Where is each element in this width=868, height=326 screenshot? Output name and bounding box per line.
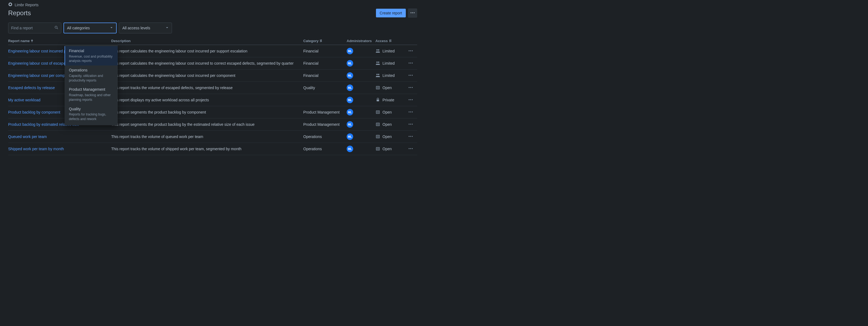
svg-point-63 [409, 148, 410, 149]
svg-point-5 [55, 26, 57, 28]
avatar[interactable]: ML [347, 48, 353, 54]
column-header-name[interactable]: Report name [8, 37, 111, 45]
report-category: Financial [303, 70, 347, 82]
report-link[interactable]: Queued work per team [8, 134, 46, 139]
svg-point-41 [412, 111, 412, 112]
svg-point-56 [410, 136, 411, 137]
row-actions-button[interactable] [408, 123, 413, 128]
row-actions-button[interactable] [408, 99, 413, 103]
row-actions-button[interactable] [408, 50, 413, 54]
open-access-icon [375, 85, 380, 91]
avatar[interactable]: ML [347, 133, 353, 140]
column-header-description[interactable]: Description [111, 37, 303, 45]
sort-icon [319, 39, 322, 43]
svg-point-11 [412, 50, 412, 51]
svg-rect-35 [377, 111, 378, 112]
open-access-icon [375, 122, 380, 128]
svg-rect-38 [378, 112, 379, 113]
svg-point-47 [409, 124, 410, 125]
row-actions-button[interactable] [408, 111, 413, 115]
column-header-access[interactable]: Access [375, 37, 408, 45]
svg-point-9 [409, 50, 410, 51]
column-header-category[interactable]: Category [303, 37, 347, 45]
avatar[interactable]: ML [347, 97, 353, 103]
svg-rect-25 [377, 88, 378, 88]
svg-rect-62 [378, 149, 379, 150]
access-label: Limited [382, 49, 395, 53]
svg-rect-44 [378, 123, 379, 124]
row-actions-button[interactable] [408, 136, 413, 140]
dropdown-item-subtitle: Revenue, cost and profitability analysis… [69, 54, 114, 63]
svg-point-32 [410, 99, 411, 100]
dropdown-item-title: Quality [69, 107, 114, 112]
svg-rect-42 [376, 123, 379, 126]
report-link[interactable]: Shipped work per team by month [8, 147, 64, 151]
svg-point-15 [410, 62, 411, 63]
dropdown-item[interactable]: FinancialRevenue, cost and profitability… [65, 46, 118, 65]
chevron-down-icon [165, 25, 169, 31]
svg-point-49 [412, 124, 412, 125]
svg-rect-37 [377, 112, 378, 113]
svg-point-39 [409, 111, 410, 112]
report-category: Quality [303, 82, 347, 94]
svg-line-6 [57, 28, 58, 29]
svg-rect-30 [377, 100, 379, 101]
limited-access-icon [375, 61, 380, 66]
open-access-icon [375, 146, 380, 152]
row-actions-button[interactable] [408, 87, 413, 91]
access-select[interactable]: All access levels [119, 23, 172, 33]
svg-rect-50 [376, 135, 379, 138]
dropdown-item[interactable]: QualityReports for tracking bugs, defect… [65, 104, 118, 124]
report-category: Product Management [303, 106, 347, 118]
svg-point-40 [410, 111, 411, 112]
svg-point-31 [409, 99, 410, 100]
more-actions-button[interactable] [408, 8, 417, 18]
svg-rect-23 [377, 87, 378, 87]
category-dropdown: FinancialRevenue, cost and profitability… [65, 45, 118, 125]
svg-rect-61 [377, 149, 378, 150]
svg-point-21 [412, 75, 412, 76]
access-label: Limited [382, 73, 395, 78]
avatar[interactable]: ML [347, 121, 353, 128]
avatar[interactable]: ML [347, 145, 353, 152]
svg-point-27 [409, 87, 410, 88]
chevron-down-icon [109, 25, 114, 31]
svg-rect-26 [378, 88, 379, 88]
access-label: Open [382, 86, 392, 90]
avatar[interactable]: ML [347, 72, 353, 79]
breadcrumb-app[interactable]: Limbr Reports [14, 3, 38, 7]
more-horizontal-icon [410, 10, 415, 16]
search-input[interactable] [8, 23, 61, 33]
report-link[interactable]: Escaped defects by release [8, 86, 55, 90]
access-label: Open [382, 134, 392, 139]
access-label: Limited [382, 61, 395, 65]
report-description: This report tracks the volume of escaped… [111, 82, 303, 94]
sort-icon [389, 39, 392, 43]
report-description: This report tracks the volume of queued … [111, 131, 303, 143]
breadcrumb: Limbr Reports [0, 0, 425, 7]
avatar[interactable]: ML [347, 109, 353, 115]
create-report-button[interactable]: Create report [376, 9, 406, 18]
svg-point-14 [409, 62, 410, 63]
svg-rect-59 [377, 148, 378, 148]
report-description: This report calculates the engineering l… [111, 45, 303, 57]
svg-point-8 [378, 49, 379, 51]
page-title: Reports [8, 9, 31, 17]
svg-point-1 [9, 3, 11, 5]
report-link[interactable]: Product backlog by component [8, 110, 60, 114]
dropdown-item-subtitle: Reports for tracking bugs, defects and r… [69, 112, 114, 121]
avatar[interactable]: ML [347, 84, 353, 91]
avatar[interactable]: ML [347, 60, 353, 66]
row-actions-button[interactable] [408, 75, 413, 79]
search-icon [54, 26, 59, 31]
column-header-admin[interactable]: Administrators [347, 37, 375, 45]
row-actions-button[interactable] [408, 148, 413, 152]
access-label: Private [382, 98, 394, 102]
row-actions-button[interactable] [408, 62, 413, 66]
category-select[interactable]: All categories [63, 23, 117, 33]
table-row: Queued work per teamThis report tracks t… [8, 131, 417, 143]
dropdown-item[interactable]: Product ManagementRoadmap, backlog and o… [65, 85, 118, 104]
report-category: Financial [303, 57, 347, 70]
dropdown-item[interactable]: OperationsCapacity, utilization and prod… [65, 65, 118, 85]
report-link[interactable]: My active workload [8, 98, 40, 102]
